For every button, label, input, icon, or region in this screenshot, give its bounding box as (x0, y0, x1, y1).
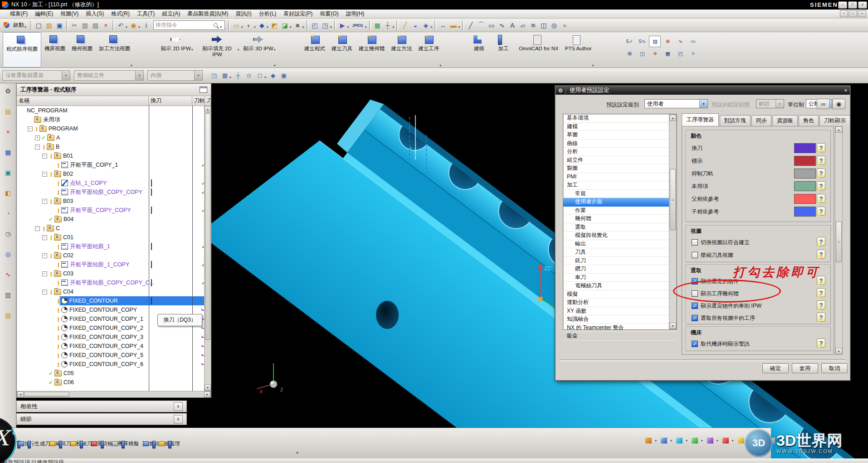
tree-row[interactable]: ! 开粗平面轮廓_COPY_COPY_C... ✓ (17, 278, 211, 287)
shaded-view-icon[interactable] (675, 436, 684, 445)
column-toolchange[interactable]: 換刀 (149, 96, 192, 106)
color-swatch[interactable] (794, 194, 816, 204)
half-shade-icon[interactable]: ◐ (244, 20, 254, 30)
toolbar2-button[interactable]: 加工 (491, 32, 516, 68)
toolbar2-button[interactable]: 顯示 3D IPW ▼ ▼ (240, 32, 277, 68)
find-default-icon[interactable]: ∞ (817, 99, 830, 109)
expand-toggle-icon[interactable]: − (42, 289, 47, 294)
toolbar2-button[interactable]: 機床視圖 (41, 32, 68, 68)
toolbar2-button[interactable]: 幾何視圖 (68, 32, 96, 68)
tree-vertical-scrollbar[interactable]: ▲ ▼ (204, 106, 211, 391)
info-icon[interactable]: i (141, 20, 151, 30)
assembly-navigator-icon[interactable]: ▤ (3, 106, 13, 116)
category-item[interactable]: 草圖 (563, 131, 677, 140)
sketch-icon[interactable]: ≋ (528, 20, 538, 30)
tree-row[interactable]: ! 开粗平面_COPY_COPY ✓ (17, 206, 211, 215)
color-swatch[interactable] (794, 207, 816, 217)
help-icon[interactable]: ? (817, 313, 825, 322)
open-icon[interactable]: ▨ (44, 20, 54, 30)
history-icon[interactable]: ◷ (3, 229, 13, 239)
help-icon[interactable]: ? (817, 169, 825, 178)
toolbar2-button[interactable] (133, 32, 158, 68)
checkbox[interactable] (692, 252, 698, 258)
menu-item[interactable]: 說明(H) (342, 10, 368, 18)
dialog-tab[interactable]: 工序導覽器 (682, 113, 719, 126)
visibility-icon[interactable]: ◈ (420, 20, 431, 30)
scroll-thumb[interactable]: ≡ (836, 222, 842, 262)
tree-row[interactable]: ! FIXED_CONTOUR_COPY_6 ↪ (17, 360, 211, 369)
extrude-icon[interactable]: ◫ (538, 20, 549, 30)
option-row[interactable]: ✓取代機床時顯示警訊 (692, 339, 750, 349)
menu-item[interactable]: 分析(L) (255, 10, 280, 18)
copy-icon[interactable]: ▥ (80, 20, 90, 30)
toolbar2-button[interactable]: 建立幾何體 (356, 32, 388, 68)
caret-down-icon[interactable]: ▼ (392, 26, 395, 29)
caret-down-icon[interactable]: ▼ (254, 26, 256, 29)
manufacturing-wizard-icon[interactable]: ∿ (3, 270, 13, 280)
tree-row[interactable]: ! 点钻_1_COPY ✓ (17, 178, 211, 188)
point-icon[interactable]: ⊕ (662, 36, 673, 47)
tree-row[interactable]: ! FIXED_CONTOUR_COPY ↪ (17, 305, 211, 314)
hatch-display-icon[interactable]: ▨ (649, 36, 661, 47)
tree-row[interactable]: − ! C01 (17, 233, 211, 242)
system-materials-icon[interactable]: ▧ (3, 310, 13, 320)
background-icon[interactable]: ■ (293, 20, 303, 30)
column-name[interactable]: 名稱 (17, 96, 149, 106)
pattern-icon[interactable]: ▱ (517, 20, 528, 30)
menu-item[interactable]: 組立(A) (158, 10, 184, 18)
dialog-close-icon[interactable]: × (842, 87, 850, 94)
curve-icon[interactable]: ∿ (674, 36, 686, 47)
dialog-tab[interactable]: 刀軌顯示 (819, 115, 850, 126)
maximize-button[interactable]: □ (848, 1, 857, 9)
hole-icon[interactable]: ◎ (549, 20, 559, 30)
category-item[interactable]: 知識融合 (563, 315, 677, 324)
chevron-down-icon[interactable]: ∨ (174, 415, 183, 424)
help-icon[interactable]: ? (817, 207, 825, 216)
palette-icon[interactable]: ◒ (410, 20, 420, 30)
hd3d-tools-icon[interactable]: ◧ (3, 188, 13, 198)
category-item[interactable]: XY 函數 (563, 307, 677, 316)
shaded-cube-icon[interactable]: ◆ (257, 20, 267, 30)
csys-icon[interactable]: ┼ (383, 20, 393, 30)
checkbox[interactable]: ✓ (692, 341, 698, 347)
expand-toggle-icon[interactable]: − (42, 172, 47, 177)
toolbar2-button[interactable]: OmniCAD for NX (516, 32, 562, 68)
category-item[interactable]: 輸出 (563, 240, 677, 249)
help-icon[interactable]: ? (817, 143, 825, 152)
web-browser-icon[interactable]: ◔ (3, 208, 13, 218)
text-icon[interactable]: A (507, 20, 517, 30)
tree-row[interactable]: − ! PROGRAM (17, 124, 211, 133)
category-item[interactable]: 運動分析 (563, 299, 677, 307)
help-icon[interactable]: ? (817, 250, 825, 259)
undo-icon[interactable]: ↶ (116, 20, 126, 30)
line-icon[interactable]: ╱ (465, 20, 476, 30)
help-icon[interactable]: ? (817, 288, 825, 297)
rect-icon[interactable]: ▭ (486, 20, 497, 30)
gear-icon[interactable]: ⚙ (3, 86, 13, 96)
measure-icon[interactable]: ↔ (438, 20, 448, 30)
category-item[interactable]: 作業 (563, 207, 677, 215)
category-item[interactable]: 組立件 (563, 156, 677, 165)
edges-view-icon[interactable] (706, 436, 715, 445)
category-item[interactable]: 鈑金 (563, 332, 677, 341)
paste-icon[interactable]: ▧ (90, 20, 101, 30)
bottombar-button[interactable]: 後處理 (165, 440, 180, 447)
arc-icon[interactable]: ⌒ (476, 20, 486, 30)
toolbar2-button[interactable]: 建立工序 ▼ (415, 32, 442, 68)
option-row[interactable]: 切換視圖以符合建立 (692, 237, 750, 247)
caret-down-icon[interactable]: ▼ (241, 26, 244, 29)
user-profile-icon[interactable]: ◉ (128, 20, 139, 30)
show-toolpath-icon[interactable]: 5✓ (624, 36, 635, 47)
tree-row[interactable]: ! 开粗平面轮廓_1_COPY ✓ (17, 260, 211, 269)
tree-row[interactable]: − ! C (17, 224, 211, 233)
caret-down-icon[interactable]: ▼ (302, 26, 305, 29)
tree-row[interactable]: ! FIXED_CONTOUR ✓ (17, 296, 211, 305)
more-commands-icon[interactable]: » (559, 20, 570, 30)
color-swatch[interactable] (794, 156, 816, 166)
category-item[interactable]: 幾何體 (563, 215, 677, 223)
scroll-thumb[interactable] (205, 113, 210, 340)
level-dropdown[interactable]: 使用者 ▼ (644, 99, 708, 108)
column-tool[interactable]: 刀 (205, 96, 211, 106)
tree-row[interactable]: ! 开粗平面_COPY_1 ✓ (17, 160, 211, 169)
mdi-restore-button[interactable]: □ (849, 10, 857, 17)
